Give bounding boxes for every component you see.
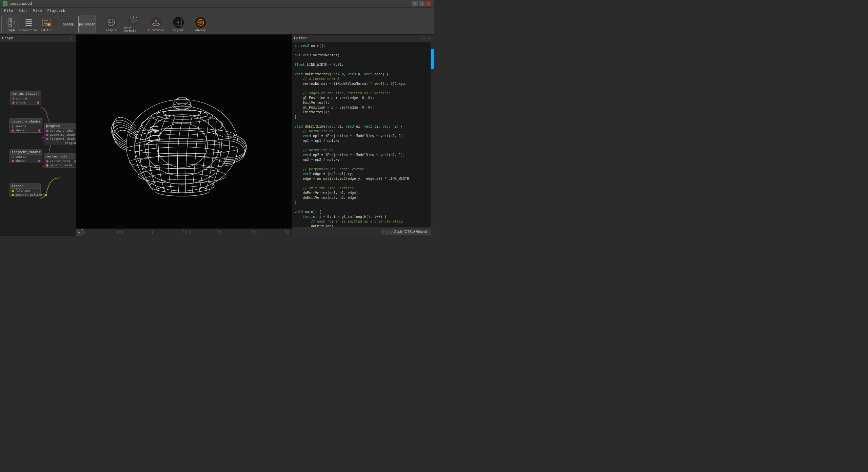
tab-opengl[interactable]: opengl: [60, 16, 78, 33]
tool-section: Graph Properties: [1, 16, 56, 33]
auto-normals-icon: [128, 16, 139, 25]
svg-point-11: [25, 19, 26, 20]
graph-canvas[interactable]: vertex_shader source shader geometry_sha…: [0, 42, 76, 236]
editor-panel-header: Editor ◻ ✕: [292, 35, 434, 42]
toolbar: Graph Properties: [0, 14, 434, 35]
svg-point-36: [126, 99, 238, 191]
graph-close-btn[interactable]: ✕: [69, 36, 74, 41]
svg-text:3: 3: [287, 231, 289, 234]
tool-graph[interactable]: Graph: [1, 16, 19, 33]
port-prog-vs: vertex_shader: [44, 129, 76, 133]
minimize-btn[interactable]: ─: [412, 1, 418, 6]
port-vdata-in: vertex_data: [44, 159, 76, 163]
port-gs-shader: shader: [10, 128, 42, 132]
tab-polymesh[interactable]: polymesh: [78, 16, 96, 33]
svg-point-29: [153, 23, 159, 26]
menu-playback[interactable]: Playback: [45, 7, 68, 14]
code-content[interactable]: in vec3 norm[]; out vec3 vertexNormal; f…: [292, 42, 431, 227]
window-title: possumwood: [9, 1, 32, 6]
editor-footer: ✓ ✓ Apply (CTRL+Return): [292, 227, 434, 236]
port-vdata-mesh: generic_mesh: [44, 163, 76, 167]
port-vs-shader: shader: [11, 100, 41, 105]
svg-text:0: 0: [83, 231, 85, 234]
port-gs-shader-out: [38, 129, 40, 132]
node-program[interactable]: program vertex_shader geometry_shader fr…: [44, 123, 76, 145]
timeline-ruler[interactable]: 0 0.5 1 1.5 2 2.5: [82, 229, 292, 236]
port-loader-polymesh-dot: [12, 194, 14, 196]
node-vertex-data[interactable]: vertex_data vertex_data generic_mesh: [44, 153, 76, 168]
viewport[interactable]: ◀ 0 0.5 1 1.5 2: [76, 35, 292, 236]
tab-turntable-label: turntable: [148, 29, 164, 32]
svg-point-14: [25, 25, 26, 26]
timeline: ◀ 0 0.5 1 1.5 2: [76, 228, 292, 236]
window-controls[interactable]: ─ □ ✕: [412, 1, 431, 6]
port-loader-filename-dot: [12, 190, 14, 192]
svg-marker-30: [155, 19, 157, 22]
node-loader[interactable]: loader filename generic_polymesh: [9, 183, 41, 197]
svg-rect-0: [6, 21, 9, 23]
menu-edit[interactable]: Edit: [16, 7, 31, 14]
node-vertex-data-title: vertex_data: [44, 154, 76, 159]
editor-scrollbar[interactable]: [431, 42, 434, 227]
node-geometry-shader[interactable]: geometry_shader source shader: [9, 118, 42, 133]
editor-panel-title: Editor: [294, 36, 420, 40]
apply-button[interactable]: ✓ ✓ Apply (CTRL+Return): [382, 229, 431, 234]
code-editor[interactable]: in vec3 norm[]; out vec3 vertexNormal; f…: [292, 42, 434, 227]
menu-file[interactable]: File: [1, 7, 16, 14]
graph-float-btn[interactable]: ◻: [63, 36, 67, 41]
tab-skybox[interactable]: skybox: [167, 16, 189, 33]
graph-panel: Graph ◻ ✕ vertex_shader: [0, 35, 76, 236]
svg-point-39: [157, 123, 208, 167]
tab-envmap-label: envmap: [195, 29, 206, 32]
tool-editor[interactable]: E Editor: [38, 16, 56, 33]
svg-point-13: [25, 23, 26, 24]
close-btn[interactable]: ✕: [426, 1, 431, 6]
tab-simple-label: simple: [106, 29, 117, 32]
svg-text:0.5: 0.5: [117, 231, 123, 234]
node-program-title: program: [44, 123, 76, 129]
svg-text:2.5: 2.5: [253, 231, 258, 234]
editor-icon: E: [41, 17, 52, 28]
tab-turntable[interactable]: turntable: [145, 16, 167, 33]
envmap-icon: [195, 17, 206, 28]
svg-line-5: [10, 19, 12, 22]
tool-properties-label: Properties: [19, 29, 38, 32]
svg-text:E: E: [48, 23, 50, 26]
timeline-start: ◀: [76, 229, 82, 236]
maximize-btn[interactable]: □: [419, 1, 425, 6]
editor-scrollbar-thumb[interactable]: [431, 49, 434, 69]
editor-panel: Editor ◻ ✕ in vec3 norm[]; out vec3 vert…: [292, 35, 434, 236]
port-vs-shader-out: [37, 101, 39, 104]
graph-panel-title: Graph: [2, 36, 61, 40]
port-prog-out-label: program: [44, 141, 76, 145]
editor-float-btn[interactable]: ◻: [421, 36, 426, 41]
tool-editor-label: Editor: [41, 29, 53, 32]
port-prog-fs: fragment_shader: [44, 137, 76, 141]
tool-properties[interactable]: Properties: [20, 16, 37, 33]
port-prog-gs: geometry_shader: [44, 133, 76, 137]
port-loader-out: [45, 194, 47, 196]
tab-auto-normals-label: auto normals: [123, 26, 144, 33]
svg-point-34: [177, 21, 179, 23]
toolbar-divider-1: [58, 16, 58, 33]
svg-point-12: [25, 21, 26, 22]
port-prog-fs-dot: [46, 138, 48, 140]
menu-view[interactable]: View: [30, 7, 45, 14]
properties-icon: [23, 17, 34, 28]
port-vdata-out: [74, 160, 76, 163]
node-vertex-shader[interactable]: vertex_shader source shader: [10, 91, 41, 105]
node-fragment-shader[interactable]: fragment_shader source shader: [9, 149, 42, 163]
simple-icon: [106, 17, 117, 28]
svg-rect-3: [9, 24, 12, 26]
menu-bar: File Edit View Playback: [0, 7, 434, 14]
svg-point-24: [131, 18, 137, 24]
editor-close-btn[interactable]: ✕: [427, 36, 432, 41]
tab-simple[interactable]: simple: [100, 16, 122, 33]
tab-auto-normals[interactable]: auto normals: [123, 16, 144, 33]
tab-envmap[interactable]: envmap: [190, 16, 212, 33]
svg-text:1: 1: [151, 231, 153, 234]
svg-point-40: [141, 115, 223, 135]
main-layout: Graph ◻ ✕ vertex_shader: [0, 35, 434, 236]
view-tabs-section: simple auto normals turntab: [100, 16, 212, 33]
port-loader-polymesh: generic_polymesh: [10, 193, 40, 197]
